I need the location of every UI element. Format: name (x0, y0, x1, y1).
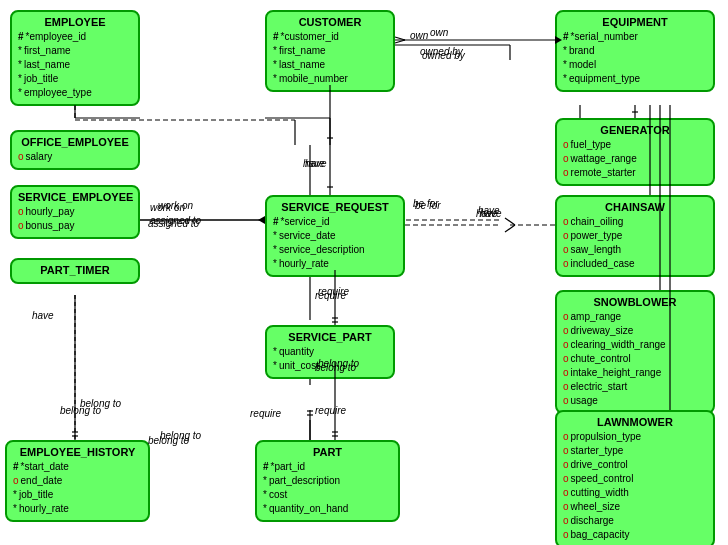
entity-generator-title: GENERATOR (563, 124, 707, 136)
rel-label-require1: require (318, 286, 349, 297)
entity-equipment: EQUIPMENT # *serial_number *brand *model… (555, 10, 715, 92)
rel-label-belong-to-part: belong to (148, 435, 189, 446)
entity-office-employee: OFFICE_EMPLOYEE osalary (10, 130, 140, 170)
rel-label-have-emp: have (32, 310, 54, 321)
rel-label-require2: require (250, 408, 281, 419)
svg-line-31 (395, 40, 405, 43)
er-diagram: EMPLOYEE # *employee_id *first_name *las… (0, 0, 728, 545)
svg-marker-22 (258, 216, 265, 224)
rel-label-be-for: be for (413, 198, 439, 209)
entity-employee-history-title: EMPLOYEE_HISTORY (13, 446, 142, 458)
entity-part-timer-title: PART_TIMER (18, 264, 132, 276)
svg-line-25 (505, 218, 515, 225)
entity-snowblower-title: SNOWBLOWER (563, 296, 707, 308)
entity-employee-attrs: # *employee_id *first_name *last_name *j… (18, 30, 132, 100)
entity-lawnmower: LAWNMOWER opropulsion_type ostarter_type… (555, 410, 715, 545)
entity-employee-history: EMPLOYEE_HISTORY # *start_date oend_date… (5, 440, 150, 522)
entity-customer: CUSTOMER # *customer_id *first_name *las… (265, 10, 395, 92)
entity-part-timer: PART_TIMER (10, 258, 140, 284)
relation-require2: require (315, 405, 346, 416)
entity-service-request: SERVICE_REQUEST # *service_id *service_d… (265, 195, 405, 277)
rel-label-owned-by: owned by (420, 46, 463, 57)
entity-employee: EMPLOYEE # *employee_id *first_name *las… (10, 10, 140, 106)
entity-generator: GENERATOR ofuel_type owattage_range orem… (555, 118, 715, 186)
entity-chainsaw: CHAINSAW ochain_oiling opower_type osaw_… (555, 195, 715, 277)
entity-chainsaw-title: CHAINSAW (563, 201, 707, 213)
entity-part-title: PART (263, 446, 392, 458)
entity-service-employee-title: SERVICE_EMPLOYEE (18, 191, 132, 203)
entity-office-employee-title: OFFICE_EMPLOYEE (18, 136, 132, 148)
entity-service-part-title: SERVICE_PART (273, 331, 387, 343)
rel-label-have-right: have (476, 208, 498, 219)
rel-label-work-on: work on (158, 200, 193, 211)
svg-line-26 (505, 225, 515, 232)
entity-lawnmower-title: LAWNMOWER (563, 416, 707, 428)
entity-service-employee: SERVICE_EMPLOYEE ohourly_pay obonus_pay (10, 185, 140, 239)
entity-equipment-title: EQUIPMENT (563, 16, 707, 28)
entity-customer-title: CUSTOMER (273, 16, 387, 28)
relation-own: own (410, 30, 428, 41)
entity-employee-title: EMPLOYEE (18, 16, 132, 28)
rel-label-belong-to-eh: belong to (80, 398, 121, 409)
entity-service-request-title: SERVICE_REQUEST (273, 201, 397, 213)
rel-label-own: own (430, 27, 448, 38)
rel-label-have-cust-sr: have (303, 158, 325, 169)
entity-part: PART # *part_id *part_description *cost … (255, 440, 400, 522)
svg-line-30 (395, 37, 405, 40)
entity-snowblower: SNOWBLOWER oamp_range odriveway_size ocl… (555, 290, 715, 414)
rel-label-belong-to-sp: belong to (318, 358, 359, 369)
rel-label-assigned: assigned to (150, 215, 201, 226)
